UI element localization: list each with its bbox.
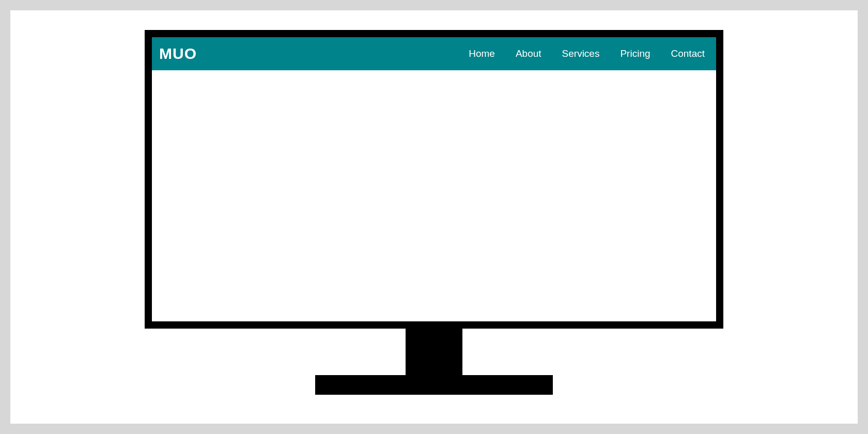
nav-link-pricing[interactable]: Pricing [620,48,650,59]
site-logo[interactable]: MUO [159,45,197,63]
screen: MUO Home About Services Pricing Contact [152,37,716,321]
monitor-base [315,375,553,395]
nav-links: Home About Services Pricing Contact [469,48,705,59]
nav-link-contact[interactable]: Contact [671,48,705,59]
nav-link-services[interactable]: Services [562,48,600,59]
canvas: MUO Home About Services Pricing Contact [10,10,858,424]
monitor-illustration: MUO Home About Services Pricing Contact [145,30,723,395]
monitor-frame: MUO Home About Services Pricing Contact [145,30,723,329]
monitor-neck [406,329,462,375]
nav-link-home[interactable]: Home [469,48,495,59]
navbar: MUO Home About Services Pricing Contact [152,37,716,70]
page-content [152,70,716,321]
nav-link-about[interactable]: About [516,48,541,59]
